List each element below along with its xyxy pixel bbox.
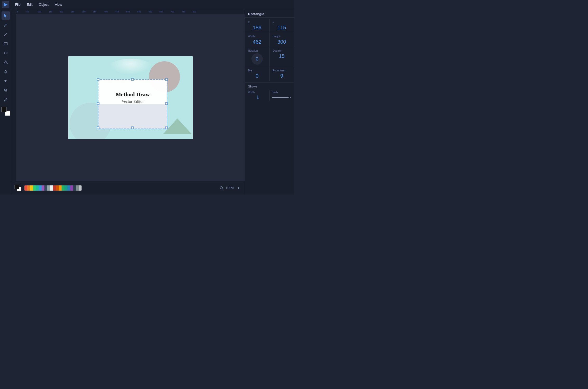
svg-text:750: 750: [182, 11, 185, 13]
svg-line-49: [222, 189, 223, 190]
color-swatch-item[interactable]: [50, 185, 53, 191]
x-label: X: [248, 21, 266, 24]
color-swatch-item[interactable]: [36, 185, 39, 191]
text-tool[interactable]: T: [2, 77, 10, 85]
width-value[interactable]: 462: [248, 39, 266, 45]
stroke-title: Stroke: [248, 85, 291, 88]
roundness-label: Roundness: [273, 69, 291, 72]
color-palette[interactable]: [24, 185, 82, 191]
eyedropper-tool[interactable]: [2, 96, 10, 104]
menu-edit[interactable]: Edit: [24, 2, 35, 8]
color-swatch-item[interactable]: [67, 185, 70, 191]
select-tool[interactable]: [2, 11, 10, 20]
svg-text:200: 200: [60, 11, 63, 13]
color-swatch-item[interactable]: [39, 185, 42, 191]
color-swatch-item[interactable]: [79, 185, 82, 191]
zoom-tool[interactable]: [2, 86, 10, 95]
color-swatch-item[interactable]: [24, 185, 27, 191]
svg-text:T: T: [4, 79, 7, 83]
svg-text:700: 700: [171, 11, 174, 13]
svg-text:50: 50: [26, 11, 29, 13]
svg-text:100: 100: [38, 11, 41, 13]
color-fg-swatch[interactable]: [15, 185, 19, 189]
color-indicator[interactable]: [1, 107, 10, 116]
svg-text:0: 0: [17, 11, 18, 13]
stroke-dash-selector[interactable]: ▾: [272, 96, 291, 99]
pencil-tool[interactable]: [2, 21, 10, 29]
main-area: T // Ruler ticks will be drawn inline: [0, 9, 294, 194]
zoom-area: 100% ▾: [218, 185, 242, 191]
blur-value[interactable]: 0: [248, 73, 266, 79]
color-swatch-item[interactable]: [47, 185, 50, 191]
zoom-icon[interactable]: [218, 185, 225, 191]
canvas-row: Method Draw Vector Editor: [11, 14, 245, 181]
svg-line-9: [6, 91, 7, 92]
svg-text:400: 400: [104, 11, 108, 13]
app-logo[interactable]: [2, 1, 9, 8]
canvas-area[interactable]: Method Draw Vector Editor: [16, 14, 245, 181]
stroke-width-value[interactable]: 1: [248, 95, 267, 100]
color-swatch-item[interactable]: [73, 185, 76, 191]
stroke-row: Width 1 Dash ▾: [248, 90, 291, 101]
svg-rect-36: [98, 104, 167, 129]
menu-object[interactable]: Object: [36, 2, 51, 8]
color-fg-bg-indicator[interactable]: [15, 185, 21, 191]
menu-bar: File Edit Object View: [0, 0, 294, 9]
drawing-canvas[interactable]: Method Draw Vector Editor: [68, 56, 193, 139]
height-value[interactable]: 300: [273, 39, 291, 45]
opacity-value[interactable]: 15: [273, 53, 291, 59]
prop-height: Height 300: [270, 33, 294, 47]
pen-tool[interactable]: [2, 68, 10, 76]
color-swatch-item[interactable]: [59, 185, 62, 191]
svg-rect-47: [165, 103, 168, 105]
dash-line-preview: [272, 97, 289, 98]
svg-marker-1: [4, 14, 6, 17]
canvas-wrapper: // Ruler ticks will be drawn inline 0 50…: [11, 9, 245, 194]
svg-rect-44: [131, 78, 133, 81]
color-swatch-item[interactable]: [70, 185, 73, 191]
svg-text:250: 250: [71, 11, 75, 13]
svg-text:300: 300: [82, 11, 86, 13]
svg-text:650: 650: [159, 11, 163, 13]
ruler-corner: [11, 9, 16, 14]
color-swatch-item[interactable]: [62, 185, 64, 191]
color-swatch-item[interactable]: [64, 185, 67, 191]
menu-file[interactable]: File: [12, 2, 23, 8]
triangle-tool[interactable]: [2, 58, 10, 66]
dash-dropdown-arrow[interactable]: ▾: [290, 96, 291, 99]
svg-rect-45: [131, 127, 133, 129]
svg-marker-0: [4, 3, 8, 6]
prop-opacity: Opacity 15: [270, 47, 294, 67]
svg-text:Method Draw: Method Draw: [116, 91, 150, 98]
color-swatch-item[interactable]: [33, 185, 36, 191]
zoom-dropdown-btn[interactable]: ▾: [235, 185, 242, 191]
rotation-value[interactable]: 0: [251, 53, 263, 65]
color-swatch-item[interactable]: [76, 185, 79, 191]
rect-tool[interactable]: [2, 39, 10, 48]
roundness-value[interactable]: 9: [273, 73, 291, 79]
height-label: Height: [273, 35, 291, 38]
y-label: Y: [273, 21, 291, 24]
color-swatch-item[interactable]: [27, 185, 30, 191]
width-label: Width: [248, 35, 266, 38]
y-value[interactable]: 115: [273, 25, 291, 31]
color-swatch-item[interactable]: [44, 185, 47, 191]
x-value[interactable]: 186: [248, 25, 266, 31]
stroke-dash-cell: Dash ▾: [270, 90, 291, 101]
prop-rotation: Rotation 0: [245, 47, 270, 67]
svg-text:150: 150: [49, 11, 52, 13]
color-swatch-item[interactable]: [56, 185, 59, 191]
menu-view[interactable]: View: [52, 2, 65, 8]
rotation-label: Rotation: [248, 49, 266, 52]
prop-roundness: Roundness 9: [270, 67, 294, 81]
properties-grid: X 186 Y 115 Width 462 Height 300 Rotatio…: [245, 18, 294, 82]
color-swatch-item[interactable]: [53, 185, 56, 191]
line-tool[interactable]: [2, 30, 10, 38]
color-swatch-item[interactable]: [30, 185, 33, 191]
svg-text:500: 500: [126, 11, 130, 13]
prop-width: Width 462: [245, 33, 270, 47]
color-swatch-item[interactable]: [42, 185, 44, 191]
bottom-bar: 100% ▾: [11, 181, 245, 194]
stroke-section: Stroke Width 1 Dash ▾: [245, 82, 294, 103]
ellipse-tool[interactable]: [2, 49, 10, 57]
